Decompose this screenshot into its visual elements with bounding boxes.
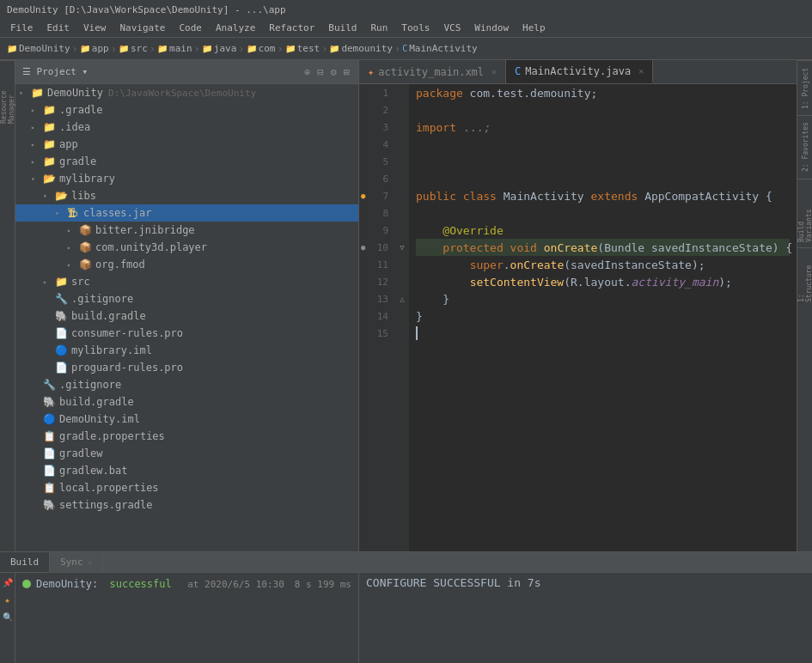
tab-xml-close[interactable]: ✕ <box>491 67 497 76</box>
tree-item-root[interactable]: ▾ 📁 DemoUnity D:\JavaWorkSpace\DemoUnity <box>15 84 358 101</box>
tree-arrow-libs: ▾ <box>43 192 55 200</box>
tree-icon-src: 📁 <box>55 276 69 288</box>
code-content[interactable]: package com.test.demounity; import ...; <box>409 84 797 551</box>
breadcrumb-src[interactable]: 📁 src <box>119 43 148 54</box>
breadcrumb-java-icon: 📁 <box>202 44 212 53</box>
tree-item-proguard[interactable]: 📄 proguard-rules.pro <box>15 359 358 376</box>
build-bookmark-icon[interactable]: ★ <box>2 593 14 605</box>
tree-item-src[interactable]: ▸ 📁 src <box>15 273 358 290</box>
menu-window[interactable]: Window <box>467 21 516 35</box>
menu-bar: File Edit View Navigate Code Analyze Ref… <box>0 19 812 38</box>
tree-item-libs[interactable]: ▾ 📂 libs <box>15 187 358 204</box>
build-variants-tab[interactable]: Build Variants <box>797 179 813 247</box>
project-sync-icon[interactable]: ⊕ <box>302 64 312 80</box>
menu-tools[interactable]: Tools <box>394 21 437 35</box>
main-area: Resource Manager ☰ Project ▾ ⊕ ⊟ ⚙ ⊞ ▾ 📁… <box>0 60 812 551</box>
tree-item-unity[interactable]: ▸ 📦 com.unity3d.player <box>15 239 358 256</box>
breadcrumb-main-icon: 📁 <box>157 44 168 53</box>
tree-item-gradlew[interactable]: 📄 gradlew <box>15 445 358 462</box>
menu-file[interactable]: File <box>3 21 40 35</box>
tree-item-gitignore-root[interactable]: 🔧 .gitignore <box>15 376 358 393</box>
breadcrumb-main[interactable]: 📁 main <box>157 43 192 54</box>
code-line-3: import ...; <box>416 119 790 136</box>
tab-mainactivity-java[interactable]: C MainActivity.java ✕ <box>506 60 653 83</box>
gutter-10[interactable]: ▽ <box>395 239 409 256</box>
project-settings-icon[interactable]: ⚙ <box>329 64 339 80</box>
breadcrumb-app[interactable]: 📁 app <box>80 43 109 54</box>
project-options-icon[interactable]: ⊟ <box>315 64 325 80</box>
menu-edit[interactable]: Edit <box>40 21 77 35</box>
breadcrumb-mainactivity[interactable]: C MainActivity <box>402 43 478 54</box>
gutter-13[interactable]: △ <box>395 290 409 307</box>
line-num-10: ● 10 <box>359 239 395 256</box>
menu-help[interactable]: Help <box>516 21 553 35</box>
line-num-5: 5 <box>359 153 395 170</box>
build-search-icon[interactable]: 🔍 <box>2 611 14 623</box>
favorites-tab[interactable]: 2: Favorites <box>797 115 813 179</box>
build-console-output: CONFIGURE SUCCESSFUL in 7s <box>359 573 812 663</box>
code-editor[interactable]: 1 2 3 4 5 6 ● 7 8 9 ● 10 11 12 13 14 <box>359 84 797 551</box>
tree-item-idea[interactable]: ▸ 📁 .idea <box>15 119 358 136</box>
line-num-3: 3 <box>359 119 395 136</box>
tree-item-build-gradle-root[interactable]: 🐘 build.gradle <box>15 393 358 411</box>
tree-item-mylibrary-iml[interactable]: 🔵 mylibrary.iml <box>15 342 358 359</box>
bottom-tab-sync[interactable]: Sync ✕ <box>50 552 103 572</box>
tree-item-bitter[interactable]: ▸ 📦 bitter.jnibridge <box>15 222 358 239</box>
tab-java-close[interactable]: ✕ <box>638 66 644 76</box>
project-tab-right[interactable]: 1: Project <box>797 60 813 115</box>
breadcrumb-demounity[interactable]: 📁 DemoUnity <box>7 43 70 54</box>
tree-item-gradlew-bat[interactable]: 📄 gradlew.bat <box>15 462 358 479</box>
breadcrumb-test[interactable]: 📁 test <box>285 43 321 54</box>
tab-activity-xml[interactable]: ✦ activity_main.xml ✕ <box>359 60 506 83</box>
code-line-6 <box>416 170 790 187</box>
gutter-1 <box>395 84 409 101</box>
build-pin-icon[interactable]: 📌 <box>2 576 14 588</box>
tree-item-local-properties[interactable]: 📋 local.properties <box>15 479 358 496</box>
tree-item-gradle2[interactable]: ▸ 📁 gradle <box>15 153 358 170</box>
code-line-5 <box>416 153 790 170</box>
tree-item-demounity-iml[interactable]: 🔵 DemoUnity.iml <box>15 411 358 428</box>
structure-tab[interactable]: 1: Structure <box>797 247 813 307</box>
tree-icon-libs: 📂 <box>55 190 69 202</box>
project-expand-icon[interactable]: ⊞ <box>342 64 351 80</box>
tree-item-mylibrary[interactable]: ▾ 📂 mylibrary <box>15 170 358 187</box>
gutter-8 <box>395 204 409 222</box>
breadcrumb-java[interactable]: 📁 java <box>202 43 237 54</box>
line-num-15: 15 <box>359 325 395 342</box>
breadcrumb-test-icon: 📁 <box>285 44 296 53</box>
sync-tab-close[interactable]: ✕ <box>88 558 92 567</box>
tree-icon-unity: 📦 <box>79 241 93 253</box>
tree-item-app[interactable]: ▸ 📁 app <box>15 136 358 153</box>
menu-analyze[interactable]: Analyze <box>209 21 262 35</box>
build-project-name: DemoUnity: <box>36 578 104 590</box>
menu-vcs[interactable]: VCS <box>437 21 467 35</box>
tree-item-fmod[interactable]: ▸ 📦 org.fmod <box>15 256 358 273</box>
menu-navigate[interactable]: Navigate <box>113 21 173 35</box>
line-num-4: 4 <box>359 136 395 153</box>
resource-manager-tab[interactable]: Resource Manager <box>0 60 15 129</box>
tree-item-gradle[interactable]: ▸ 📁 .gradle <box>15 101 358 119</box>
bottom-tab-build[interactable]: Build <box>0 552 50 572</box>
tree-item-build-gradle-ml[interactable]: 🐘 build.gradle <box>15 307 358 325</box>
tree-item-settings-gradle[interactable]: 🐘 settings.gradle <box>15 496 358 514</box>
line-num-2: 2 <box>359 101 395 119</box>
menu-build[interactable]: Build <box>321 21 363 35</box>
tree-item-gradle-properties[interactable]: 📋 gradle.properties <box>15 428 358 445</box>
breadcrumb-demounity2[interactable]: 📁 demounity <box>329 43 393 54</box>
menu-view[interactable]: View <box>76 21 113 35</box>
menu-code[interactable]: Code <box>172 21 209 35</box>
sync-tab-label: Sync <box>60 557 83 568</box>
gutter-7 <box>395 187 409 204</box>
tree-item-consumer-rules[interactable]: 📄 consumer-rules.pro <box>15 325 358 342</box>
breadcrumb-com[interactable]: 📁 com <box>247 43 276 54</box>
tree-item-gitignore-ml[interactable]: 🔧 .gitignore <box>15 290 358 307</box>
code-line-12: setContentView (R.layout. activity_main … <box>416 273 790 290</box>
build-content: 📌 ★ 🔍 DemoUnity: successful at 2020/6/5 … <box>0 573 812 663</box>
menu-run[interactable]: Run <box>363 21 394 35</box>
tree-arrow-app: ▸ <box>31 141 43 149</box>
tree-arrow-bitter: ▸ <box>67 227 79 234</box>
tree-item-classes-jar[interactable]: ▾ 🗜 classes.jar <box>15 204 358 222</box>
text-cursor <box>416 326 418 340</box>
menu-refactor[interactable]: Refactor <box>262 21 321 35</box>
tree-icon-iml-ml: 🔵 <box>55 344 69 356</box>
